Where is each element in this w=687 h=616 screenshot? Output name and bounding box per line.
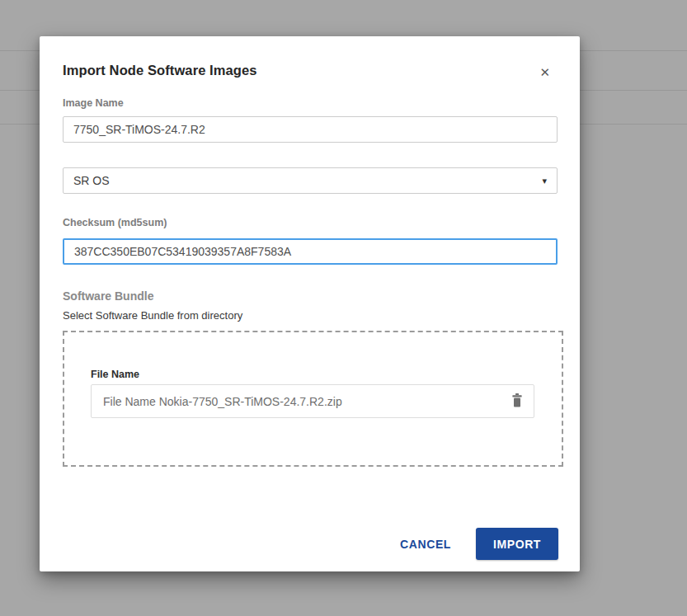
dialog-title: Import Node Software Images bbox=[63, 63, 257, 78]
selected-file-name: File Name Nokia-7750_SR-TiMOS-24.7.R2.zi… bbox=[103, 395, 342, 408]
image-name-input[interactable] bbox=[63, 116, 558, 143]
file-name-label: File Name bbox=[91, 369, 534, 380]
cancel-button[interactable]: CANCEL bbox=[400, 538, 451, 551]
image-name-label: Image Name bbox=[63, 97, 563, 110]
software-bundle-heading: Software Bundle bbox=[63, 289, 563, 303]
os-type-selected-value: SR OS bbox=[73, 174, 110, 187]
selected-file-row: File Name Nokia-7750_SR-TiMOS-24.7.R2.zi… bbox=[91, 384, 534, 418]
delete-file-button[interactable] bbox=[511, 393, 523, 410]
close-icon[interactable]: ✕ bbox=[538, 64, 552, 80]
checksum-label: Checksum (md5sum) bbox=[63, 217, 563, 229]
dialog-header: Import Node Software Images ✕ bbox=[63, 36, 563, 80]
checksum-input[interactable] bbox=[63, 238, 558, 265]
import-button[interactable]: IMPORT bbox=[476, 528, 558, 560]
trash-icon bbox=[511, 393, 523, 410]
software-bundle-description: Select Software Bundle from directory bbox=[63, 309, 563, 322]
import-node-software-images-dialog: Import Node Software Images ✕ Image Name… bbox=[40, 36, 580, 571]
chevron-down-icon: ▾ bbox=[542, 176, 547, 186]
dialog-footer: CANCEL IMPORT bbox=[63, 528, 563, 560]
software-bundle-dropzone: File Name File Name Nokia-7750_SR-TiMOS-… bbox=[63, 331, 563, 467]
os-type-select[interactable]: SR OS ▾ bbox=[63, 167, 558, 194]
